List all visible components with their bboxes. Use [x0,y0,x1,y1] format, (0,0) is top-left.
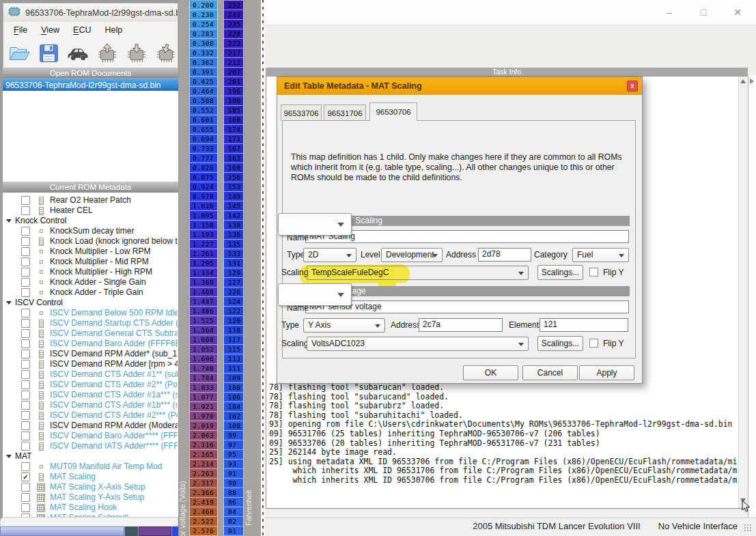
volts-cell[interactable]: 0.826 [189,163,218,173]
temp-cell[interactable]: 138 [223,221,244,230]
volts-cell[interactable]: 1.369 [189,278,218,287]
temp-cell[interactable]: 201 [223,77,244,87]
volts-cell[interactable]: 2.576 [189,526,218,536]
tree-checkbox[interactable] [21,483,30,492]
tree-item-label[interactable]: ISCV Demand Below 500 RPM Idle R [50,308,178,318]
tree-item[interactable]: Knock Multiplier - Mid RPM [3,257,178,267]
temp-cell[interactable]: 118 [223,326,244,335]
volts-cell[interactable]: 1.227 [189,240,218,249]
volts-cell[interactable]: 1.408 [189,287,218,297]
volts-cell[interactable]: 0.230 [189,10,218,20]
tree-item[interactable]: MUT09 Manifold Air Temp Mod [3,462,178,472]
volts-cell[interactable]: 2.366 [189,488,218,498]
volts-cell[interactable]: 1.833 [189,383,218,393]
volts-cell[interactable]: 0.777 [189,154,218,163]
tree-item[interactable]: ✓MAT Scaling [3,472,178,482]
temp-cell[interactable]: 97 [223,440,244,450]
tree-checkbox[interactable] [21,401,30,410]
temp-cell[interactable]: 142 [223,211,244,221]
axis-scaling-combo[interactable]: VoltsADC1023 [307,337,529,351]
tree-item-label[interactable]: ISCV Demand CTS Adder #2*** (Pos [50,410,178,421]
tree-checkbox[interactable]: ✓ [21,472,30,481]
temp-cell[interactable]: 126 [223,287,244,297]
tree-item-label[interactable]: Rear O2 Heater Patch [50,195,131,206]
table-scaling-combo[interactable]: TempScaleFuleDegC [307,266,529,280]
temp-cell[interactable]: 120 [223,316,244,326]
temp-cell[interactable]: 86 [223,498,244,507]
tree-item[interactable]: ISCV Demand RPM Adder (Moderat [3,421,178,431]
volts-cell[interactable]: 0.425 [189,77,218,87]
temp-cell[interactable]: 91 [223,469,244,479]
temp-cell[interactable]: 190 [223,96,244,106]
volts-cell[interactable]: 1.696 [189,354,218,364]
log-horizontal-scrollbar[interactable] [266,509,747,518]
rom-metadata-tree[interactable]: Rear O2 Heater PatchHeater CELKnock Cont… [3,193,178,520]
tree-checkbox[interactable] [21,206,30,215]
table-type-combo[interactable]: 2D [303,248,356,262]
axis-flip-y-checkbox[interactable] [589,339,598,348]
read-from-ecu-icon[interactable] [96,42,119,64]
tree-item[interactable]: Knock Adder - Single Gain [3,277,178,287]
vehicle-icon[interactable] [66,42,89,64]
volts-cell[interactable]: 1.652 [189,345,218,354]
table-flip-y-checkbox[interactable] [589,268,598,277]
tree-checkbox[interactable] [21,493,30,502]
temp-cell[interactable]: 84 [223,507,244,517]
temp-cell[interactable]: 129 [223,268,244,278]
temp-cell[interactable]: 102 [223,412,244,421]
tree-item-label[interactable]: ISCV Demand IATS Adder**** (FFFF7 [50,441,178,451]
tree-group[interactable]: MAT [3,451,178,462]
volts-cell[interactable]: 0.694 [189,135,218,144]
volts-cell[interactable]: 0.875 [189,173,218,182]
editor-titlebar[interactable]: 96533706-TephraMod-l2r99gst-dma-sd.bin [3,3,178,22]
volts-cell[interactable]: 1.193 [189,230,218,240]
temp-cell[interactable]: 207 [223,68,244,77]
tree-checkbox[interactable] [21,196,30,205]
close-icon[interactable]: ✕ [731,5,744,19]
temp-cell[interactable]: 127 [223,278,244,287]
tree-checkbox[interactable] [21,288,30,297]
temp-cell[interactable]: 156 [223,173,244,182]
temp-cell[interactable]: 136 [223,230,244,240]
tree-item-label[interactable]: ISCV Demand CTS Adder #2** (Post [50,380,178,390]
temp-cell[interactable]: 223 [223,39,244,48]
temp-cell[interactable]: 212 [223,58,244,68]
volts-cell[interactable]: 1.334 [189,268,218,278]
volts-cell[interactable]: 1.970 [189,412,218,421]
temp-cell[interactable]: 171 [223,135,244,144]
tree-checkbox[interactable] [21,380,30,389]
volts-cell[interactable]: 1.784 [189,373,218,383]
tree-checkbox[interactable] [21,257,30,266]
volts-cell[interactable]: 2.019 [189,421,218,431]
volts-cell[interactable]: 1.525 [189,316,218,326]
temp-cell[interactable]: 99 [223,431,244,440]
tree-item[interactable]: MAT Scaling Y-Axis Setup [3,492,178,503]
temp-cell[interactable]: 145 [223,201,244,211]
tree-item-label[interactable]: ISCV Demand RPM Adder (Moderat [50,421,178,431]
tree-item-label[interactable]: MAT Scaling Y-Axis Setup [50,492,144,503]
tree-item-label[interactable]: Knock Adder - Single Gain [50,277,146,287]
tree-item[interactable]: Knock Adder - Triple Gain [3,287,178,298]
volts-cell[interactable]: 0.924 [189,182,218,192]
temp-cell[interactable]: 160 [223,163,244,173]
volts-cell[interactable]: 1.486 [189,307,218,316]
temp-cell[interactable]: 115 [223,345,244,354]
temp-cell[interactable]: 252 [223,1,244,10]
menu-view[interactable]: View [35,24,66,36]
volts-cell[interactable]: 0.978 [189,192,218,201]
temp-cell[interactable]: 95 [223,450,244,460]
tree-item-label[interactable]: MAT Scaling [50,472,96,482]
tree-item-label[interactable]: ISCV Demand CTS Adder #1b*** (su [50,400,178,410]
tree-checkbox[interactable] [21,432,30,440]
temp-cell[interactable]: 133 [223,249,244,259]
table-address-field[interactable]: 2d78 [478,248,531,262]
dialog-close-icon[interactable]: x [627,81,638,91]
tree-item[interactable]: Knock Multiplier - High RPM [3,267,178,277]
volts-cell[interactable]: 0.464 [189,87,218,96]
volts-cell[interactable]: 2.522 [189,517,218,526]
tree-item[interactable]: MAT Scaling X-Axis Setup [3,482,178,492]
tree-checkbox[interactable] [21,503,30,512]
tree-item[interactable]: Knock Multiplier - Low RPM [3,246,178,257]
temp-cell[interactable]: 217 [223,48,244,58]
ok-button[interactable]: OK [463,365,518,380]
